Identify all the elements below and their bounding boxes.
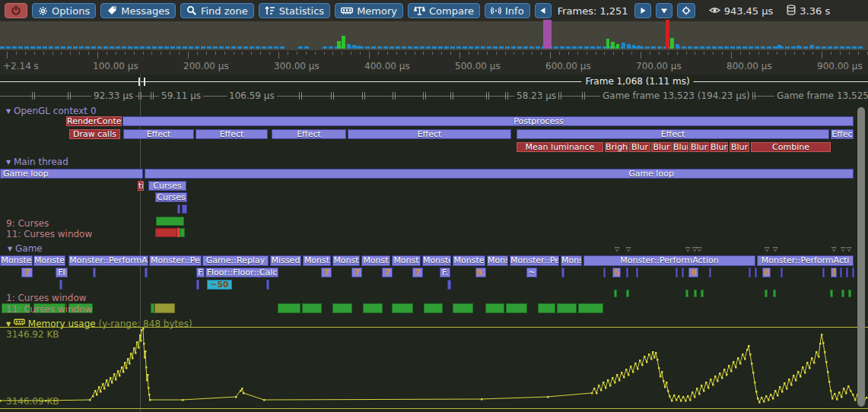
lock11-bar[interactable] [332,303,352,313]
lock11-bar[interactable] [363,303,383,313]
histogram-bar-green[interactable] [606,39,609,49]
vertical-scrollbar[interactable] [857,107,865,407]
crosshair-button[interactable] [677,3,695,18]
cpu-zone-game-loop[interactable]: Game loop [0,169,143,179]
game-zone-8-[interactable]: 8. [475,268,486,277]
toolbar-button-compare[interactable]: Compare [408,3,480,18]
histogram-bar-green[interactable] [337,41,341,49]
game-zone-mons[interactable]: Mons [487,255,508,266]
cpu-zone-tick[interactable] [177,204,180,214]
frame-segment-label[interactable]: Game frame 13,525 ( [774,90,868,101]
game-zone-monst[interactable]: Monst [361,255,390,266]
go-to-frame-button[interactable] [656,3,672,18]
lock1-tick[interactable] [626,290,629,297]
game-zone-7[interactable]: 7 [321,268,332,277]
message-marker[interactable]: ▽ [847,246,851,252]
game-zone-tick[interactable] [93,268,96,277]
histogram-bar-green[interactable] [616,44,619,49]
game-zone-game-replay[interactable]: Game::Replay [202,255,269,266]
cpu-zone-curses[interactable]: Curses [148,181,186,191]
game-zone-5[interactable]: 5 [612,268,621,277]
game-zone-tick[interactable] [636,268,638,277]
cpu-zone-game-loop[interactable] [145,169,854,179]
message-marker[interactable]: ▽ [831,246,836,252]
gpu-zone-draw-calls[interactable]: Draw calls [69,129,120,139]
game-zone-monst[interactable]: Monst [332,255,360,266]
gpu-zone-blur[interactable]: Blur [629,142,650,152]
prev-frame-button[interactable] [535,3,552,18]
lock11-bar[interactable] [506,303,527,313]
gpu-zone-effec[interactable]: Effec [831,129,854,139]
game-zone-tick[interactable] [447,280,451,290]
histogram-bar-green[interactable] [670,38,674,49]
game-zone-monst[interactable]: Monst [392,255,421,266]
gpu-zone-mean-luminance[interactable]: Mean luminance [517,142,603,152]
histogram-bar-blue[interactable] [627,44,631,49]
gpu-zone-blur[interactable]: Blur [651,142,672,152]
toolbar-button-messages[interactable]: Messages [100,3,176,18]
toolbar-button-find-zone[interactable]: Find zone [180,3,254,18]
game-zone-7[interactable]: 7 [351,268,362,277]
game-zone-7[interactable]: 7 [412,268,423,277]
game-zone-monster-performacti[interactable]: Monster::PerformActi [757,255,854,266]
game-zone-tick[interactable] [709,268,711,277]
lock11-bar[interactable] [453,303,473,313]
lock11-bar-tick[interactable] [155,228,177,237]
game-zone-7[interactable]: 7 [382,268,393,277]
game-zone-tick[interactable] [682,268,684,277]
game-zone-monst[interactable]: Monst [303,255,331,266]
histogram-bar-blue[interactable] [810,45,814,49]
game-zone-monste[interactable]: Monste [453,255,485,266]
game-zone-tick[interactable] [846,268,848,277]
game-zone-monster-performaction[interactable]: Monster::PerformAction [583,255,755,266]
cpu-zone-tick[interactable] [182,204,187,214]
message-marker[interactable]: ▽ [615,246,619,252]
lock1-tick[interactable] [701,290,704,297]
histogram-bar-blue[interactable] [347,44,351,49]
lock1-tick[interactable] [614,290,617,297]
lock1-tick[interactable] [830,290,833,297]
game-zone-tick[interactable] [266,280,269,290]
game-zone-monster-pe[interactable]: Monster::Pe [510,255,559,266]
section-mainthread-header[interactable]: ▼ Main thread [6,157,68,167]
game-zone-3[interactable]: 3 [831,268,837,277]
gpu-zone-renderconte[interactable]: RenderConte [66,116,122,126]
frame-segment-label[interactable]: 92.33 µs [91,90,135,101]
lock1-tick[interactable] [765,290,768,297]
gpu-zone-effect[interactable]: Effect [517,129,829,139]
message-marker[interactable]: ▽ [841,246,845,252]
lock9-bar-tick[interactable] [156,217,184,226]
game-zone-mons[interactable]: Mons [561,255,582,266]
gpu-zone-postprocess[interactable] [122,116,854,126]
lock11-bar[interactable] [538,303,555,313]
game-zone-monste[interactable]: Monste [33,255,65,266]
lock11-bar[interactable] [424,303,443,313]
gpu-zone-blur[interactable]: Blur [689,142,709,152]
game-zone-8[interactable]: 8 [688,268,698,277]
game-zone-tick[interactable] [822,268,825,277]
histogram-bar-blue[interactable] [777,45,781,49]
lock11-bar[interactable] [278,303,300,313]
game-zone-monste[interactable]: Monste [0,255,33,266]
histogram-bar-blue[interactable] [622,43,625,49]
lock11-bar[interactable] [302,303,322,313]
message-marker[interactable]: ▽ [685,246,690,252]
game-zone-monster-performa[interactable]: Monster::PerformA [68,255,148,266]
lock1-tick[interactable] [773,290,776,297]
histogram-bar-blue[interactable] [358,46,361,49]
cpu-zone-curses[interactable]: Curses [155,192,187,202]
game-zone-monste[interactable]: Monste [422,255,451,266]
game-zone-tick[interactable] [626,268,628,277]
lock1-tick[interactable] [841,290,844,297]
game-zone-tick[interactable] [561,268,564,277]
game-zone-8[interactable]: 8 [762,268,771,277]
lock11-bar[interactable] [578,303,603,313]
game-zone-floor-floor-calc[interactable]: Floor::Floor::Calc [205,268,278,277]
gpu-zone-combine[interactable]: Combine [751,142,831,152]
histogram-bar-green[interactable] [342,36,345,49]
gpu-zone-blur[interactable]: Blur [730,142,749,152]
next-frame-button[interactable] [634,3,651,18]
gpu-zone-brigh[interactable]: Brigh [605,142,628,152]
game-zone-monster-pe[interactable]: Monster::Pe [149,255,202,266]
lock11-bar[interactable] [154,303,175,313]
